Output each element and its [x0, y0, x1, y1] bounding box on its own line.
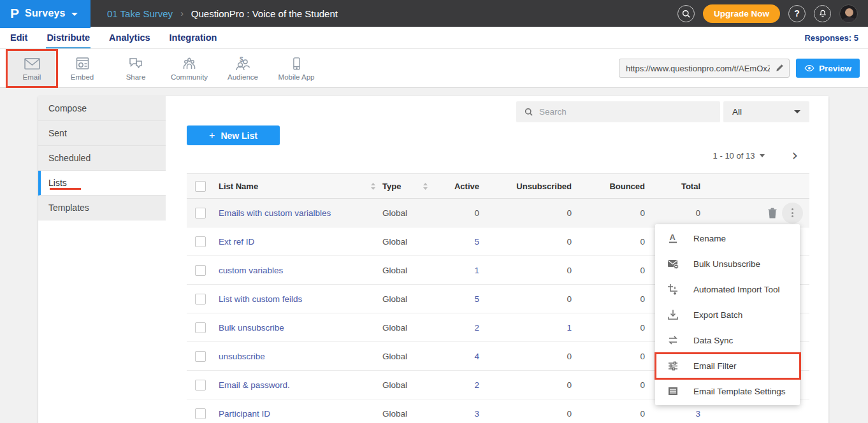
- eye-icon: [804, 64, 814, 72]
- col-unsubscribed: Unsubscribed: [491, 182, 581, 191]
- sidebar-item-compose[interactable]: Compose: [38, 96, 166, 121]
- list-filter-dropdown[interactable]: All: [723, 101, 809, 122]
- distribute-toolbar: Email Embed Share Community $ Audience M…: [0, 49, 868, 88]
- svg-text:A: A: [670, 233, 676, 242]
- sidebar-item-templates[interactable]: Templates: [38, 196, 166, 220]
- product-name: Surveys: [25, 8, 66, 19]
- pagination: 1 - 10 of 13 ›: [713, 150, 798, 161]
- menu-item-email-template-settings[interactable]: Email Template Settings: [655, 378, 800, 404]
- menu-item-rename[interactable]: A Rename: [655, 226, 800, 251]
- edit-url-icon[interactable]: [775, 63, 785, 75]
- survey-url-wrap: [619, 59, 790, 78]
- sort-icon[interactable]: [370, 182, 376, 190]
- survey-nav: Edit Distribute Analytics Integration Re…: [0, 27, 868, 49]
- table-header: List Name Type Active Unsubscribed Bounc…: [187, 173, 809, 199]
- share-icon: [127, 56, 144, 71]
- plus-icon: +: [209, 130, 215, 141]
- top-bar: P Surveys 01 Take Survey › QuestionPro :…: [0, 0, 868, 27]
- preview-button[interactable]: Preview: [796, 59, 860, 78]
- menu-item-automated-import-tool[interactable]: Automated Import Tool: [655, 276, 800, 302]
- tab-edit[interactable]: Edit: [10, 27, 28, 48]
- channel-community[interactable]: Community: [163, 50, 216, 86]
- next-page-button[interactable]: ›: [792, 150, 798, 161]
- tab-integration[interactable]: Integration: [169, 27, 218, 48]
- search-icon: [681, 9, 691, 18]
- row-checkbox[interactable]: [195, 236, 206, 247]
- audience-icon: $: [235, 56, 251, 71]
- sidebar-item-scheduled[interactable]: Scheduled: [38, 146, 166, 171]
- responses-count[interactable]: Responses: 5: [804, 33, 858, 43]
- row-checkbox[interactable]: [195, 408, 206, 419]
- page-range-dropdown[interactable]: 1 - 10 of 13: [713, 151, 765, 161]
- chevron-down-icon: [71, 13, 78, 16]
- tab-distribute[interactable]: Distribute: [46, 27, 90, 48]
- automated-import-icon: [667, 283, 679, 295]
- row-checkbox[interactable]: [195, 351, 206, 362]
- list-name-link[interactable]: List with custom feilds: [219, 294, 302, 304]
- notifications-button[interactable]: [814, 5, 831, 22]
- mobile-app-icon: [289, 56, 303, 71]
- email-sidebar: Compose Sent Scheduled Lists Templates: [38, 96, 166, 220]
- delete-list-icon[interactable]: [767, 207, 778, 219]
- col-list-name[interactable]: List Name: [219, 182, 258, 191]
- survey-url-input[interactable]: [619, 59, 790, 78]
- bell-icon: [818, 9, 827, 18]
- channel-email[interactable]: Email: [8, 50, 55, 86]
- svg-text:$: $: [240, 56, 243, 63]
- community-icon: [181, 56, 198, 71]
- questionpro-logo: P: [10, 6, 19, 21]
- menu-item-data-sync[interactable]: Data Sync: [655, 327, 800, 353]
- list-name-link[interactable]: Participant ID: [219, 409, 270, 419]
- row-checkbox[interactable]: [195, 322, 206, 333]
- email-template-settings-icon: [667, 385, 679, 397]
- col-total: Total: [654, 182, 709, 191]
- table-row: Emails with custom varialbles Global 0 0…: [187, 199, 809, 227]
- bulk-unsubscribe-icon: [667, 258, 679, 269]
- list-name-link[interactable]: unsubscribe: [219, 352, 265, 361]
- sidebar-item-sent[interactable]: Sent: [38, 121, 166, 146]
- list-name-link[interactable]: Ext ref ID: [219, 237, 254, 247]
- breadcrumb-survey-link[interactable]: 01 Take Survey: [107, 8, 173, 19]
- col-active: Active: [432, 182, 491, 191]
- user-avatar[interactable]: [839, 4, 858, 23]
- sort-icon[interactable]: [423, 182, 428, 190]
- data-sync-icon: [667, 334, 679, 346]
- chevron-down-icon: [760, 154, 765, 157]
- menu-item-export-batch[interactable]: Export Batch: [655, 302, 800, 327]
- top-actions: Upgrade Now ?: [677, 4, 868, 23]
- help-button[interactable]: ?: [788, 5, 806, 22]
- new-list-button[interactable]: + New List: [187, 125, 280, 145]
- row-checkbox[interactable]: [195, 265, 206, 276]
- tab-analytics[interactable]: Analytics: [108, 27, 150, 48]
- breadcrumb-separator: ›: [180, 8, 184, 18]
- menu-item-email-filter[interactable]: Email Filter: [655, 353, 800, 378]
- list-name-link[interactable]: Emails with custom varialbles: [219, 208, 331, 218]
- col-type[interactable]: Type: [382, 182, 401, 191]
- channel-audience[interactable]: $ Audience: [216, 50, 270, 86]
- brand-surveys-switcher[interactable]: P Surveys: [0, 0, 90, 28]
- list-name-link[interactable]: Email & password.: [219, 380, 290, 390]
- page-title: QuestionPro : Voice of the Student: [191, 8, 338, 19]
- menu-item-bulk-unsubscribe[interactable]: Bulk Unsubscribe: [655, 251, 800, 276]
- channel-share[interactable]: Share: [109, 50, 163, 86]
- list-name-link[interactable]: Bulk unsubscribe: [219, 323, 284, 333]
- sidebar-item-lists[interactable]: Lists: [38, 171, 166, 196]
- row-menu-button[interactable]: [782, 203, 803, 224]
- row-checkbox[interactable]: [195, 208, 206, 219]
- breadcrumb: 01 Take Survey › QuestionPro : Voice of …: [107, 8, 338, 19]
- export-batch-icon: [667, 309, 679, 320]
- channel-mobile-app[interactable]: Mobile App: [270, 50, 323, 86]
- embed-icon: [75, 56, 90, 71]
- search-button[interactable]: [677, 5, 695, 22]
- search-input[interactable]: [516, 101, 720, 122]
- upgrade-now-button[interactable]: Upgrade Now: [703, 4, 780, 23]
- channel-embed[interactable]: Embed: [55, 50, 109, 86]
- list-name-link[interactable]: custom variables: [219, 266, 283, 275]
- chevron-down-icon: [794, 110, 800, 113]
- select-all-checkbox[interactable]: [195, 181, 206, 192]
- email-filter-icon: [667, 360, 679, 371]
- email-icon: [24, 56, 41, 71]
- row-checkbox[interactable]: [195, 294, 206, 305]
- row-checkbox[interactable]: [195, 380, 206, 391]
- col-bounced: Bounced: [581, 182, 654, 191]
